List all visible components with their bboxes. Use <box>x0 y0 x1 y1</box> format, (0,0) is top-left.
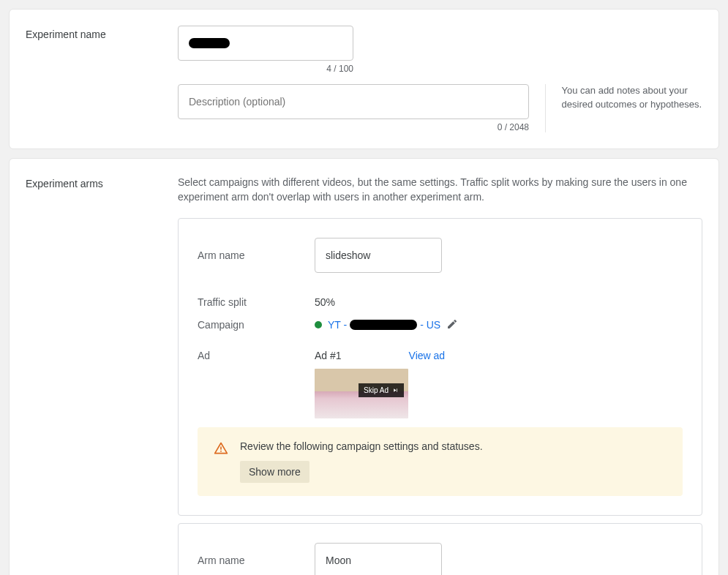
skip-ad-text: Skip Ad <box>364 386 389 394</box>
experiment-arms-label: Experiment arms <box>26 175 178 189</box>
experiment-name-counter: 4 / 100 <box>178 64 353 74</box>
arms-instruction: Select campaigns with different videos, … <box>178 175 702 205</box>
svg-rect-1 <box>220 451 222 452</box>
campaign-label: Campaign <box>198 319 315 331</box>
arm-card-1: Arm name <box>178 523 702 575</box>
ad-label: Ad <box>198 350 315 361</box>
experiment-name-card: Experiment name 4 / 100 0 / 2048 You can… <box>9 9 719 149</box>
description-input[interactable] <box>178 84 529 119</box>
arm-name-label: Arm name <box>198 249 315 261</box>
campaign-name-redacted <box>350 320 417 330</box>
arm-name-label: Arm name <box>198 555 315 566</box>
arm-name-input[interactable] <box>315 543 442 575</box>
traffic-split-value: 50% <box>315 296 335 308</box>
description-counter: 0 / 2048 <box>178 122 529 132</box>
arm-name-input[interactable] <box>315 238 442 273</box>
pencil-icon[interactable] <box>446 318 458 332</box>
skip-ad-overlay: Skip Ad <box>359 383 404 397</box>
warning-box: Review the following campaign settings a… <box>198 427 683 496</box>
experiment-arms-card: Experiment arms Select campaigns with di… <box>9 158 719 575</box>
experiment-name-label: Experiment name <box>26 26 178 40</box>
show-more-button[interactable]: Show more <box>240 461 309 483</box>
warning-icon <box>214 441 228 458</box>
svg-rect-0 <box>220 446 222 449</box>
arm-card-0: Arm name Traffic split 50% Campaign YT - <box>178 218 702 516</box>
experiment-name-value-redacted <box>189 38 230 48</box>
experiment-name-input-wrap[interactable] <box>178 26 353 61</box>
skip-icon <box>392 387 399 394</box>
campaign-prefix: YT - <box>328 319 347 331</box>
view-ad-link[interactable]: View ad <box>409 350 446 361</box>
campaign-suffix: - US <box>420 319 440 331</box>
warning-text: Review the following campaign settings a… <box>240 440 483 452</box>
vertical-separator <box>545 84 546 132</box>
description-help-text: You can add notes about your desired out… <box>562 84 702 132</box>
ad-title: Ad #1 <box>315 350 342 361</box>
ad-thumbnail[interactable]: Skip Ad <box>315 369 408 418</box>
status-dot-icon <box>315 321 322 328</box>
campaign-link[interactable]: YT - - US <box>328 319 440 331</box>
traffic-split-label: Traffic split <box>198 296 315 308</box>
